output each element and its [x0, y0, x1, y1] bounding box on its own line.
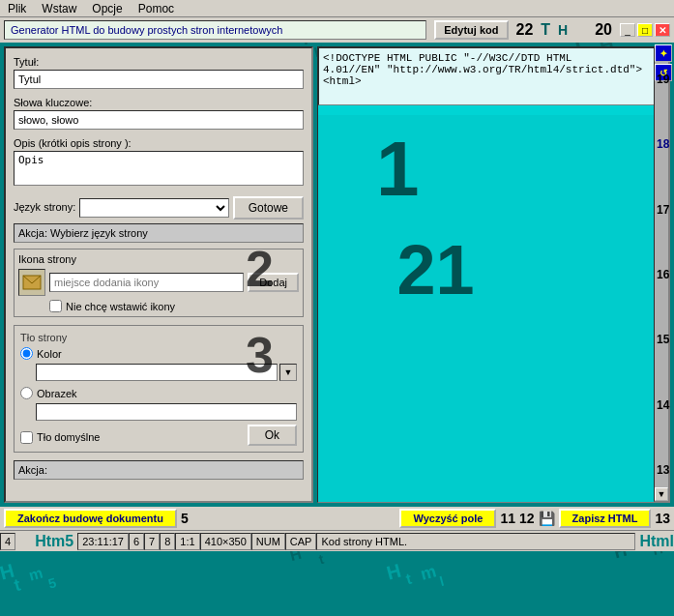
window-controls: _ □ ✕: [620, 23, 670, 37]
default-bg-label: Tło domyślne: [37, 431, 100, 443]
action-row: Akcja: Wybierz język strony: [14, 223, 304, 243]
add-icon-button[interactable]: Dodaj: [248, 273, 299, 292]
status-time: 23:11:17: [77, 533, 129, 550]
title-group: Tytuł:: [14, 56, 304, 89]
title-label: Tytuł:: [14, 56, 304, 68]
color-dropdown-btn[interactable]: ▼: [279, 364, 297, 381]
menu-wstaw[interactable]: Wstaw: [38, 2, 80, 15]
language-label: Język strony:: [14, 201, 75, 213]
icon-path-input[interactable]: [49, 273, 244, 292]
number-22: 22: [516, 21, 534, 39]
icon-preview: [18, 269, 45, 296]
deco-letter-T: T: [541, 21, 550, 39]
bg-section: Tło strony Kolor ▼ Obrazek Tł: [14, 325, 304, 453]
menu-opcje[interactable]: Opcje: [88, 2, 126, 15]
menu-plik[interactable]: Plik: [4, 2, 30, 15]
image-radio-row: Obrazek: [20, 387, 297, 399]
number-5: 5: [181, 511, 189, 526]
color-select-row: ▼: [36, 364, 297, 381]
menu-bar: Plik Wstaw Opcje Pomoc: [0, 0, 674, 17]
status-bar: 4 Htm5 23:11:17 6 7 8 1:1 410×350 NUM CA…: [0, 530, 674, 551]
status-ratio: 1:1: [175, 533, 199, 550]
status-desc: Kod strony HTML.: [316, 533, 635, 550]
status-6: 6: [129, 533, 144, 550]
no-icon-row: Nie chcę wstawić ikony: [49, 300, 299, 312]
image-radio[interactable]: [20, 387, 33, 399]
language-select[interactable]: [79, 198, 228, 218]
status-8: 8: [160, 533, 175, 550]
number-12: 12: [519, 511, 535, 526]
menu-pomoc[interactable]: Pomoc: [134, 2, 178, 15]
number-13: 13: [655, 511, 670, 526]
content-area: Tytuł: Słowa kluczowe: Opis (krótki opis…: [0, 43, 674, 507]
html1-deco: Html: [639, 533, 674, 550]
edit-code-button[interactable]: Edytuj kod: [434, 20, 508, 40]
right-panel: <!DOCTYPE HTML PUBLIC "-//W3C//DTD HTML …: [317, 46, 670, 503]
bottom-toolbar: Zakończ budowę dokumentu 5 Wyczyść pole …: [0, 507, 674, 530]
generator-title-label: Generator HTML do budowy prostych stron …: [4, 20, 426, 40]
number-11: 11: [500, 511, 515, 526]
bg-section-title: Tło strony: [20, 332, 297, 343]
image-path-input[interactable]: [36, 403, 297, 421]
keywords-input[interactable]: [14, 110, 304, 130]
action-label: Akcja:: [18, 227, 47, 239]
color-radio-row: Kolor: [20, 347, 297, 360]
preview-area: 21: [318, 115, 654, 502]
keywords-group: Słowa kluczowe:: [14, 97, 304, 130]
color-input[interactable]: [36, 364, 278, 381]
number-21-overlay: 21: [396, 230, 474, 309]
icon-section-label: Ikona strony: [18, 253, 299, 265]
right-num-14: 14: [657, 398, 672, 412]
right-num-15: 15: [657, 333, 672, 346]
icon-section: Ikona strony Dodaj Nie chcę wstawić ikon: [14, 249, 304, 317]
main-window: Plik Wstaw Opcje Pomoc Generator HTML do…: [0, 0, 674, 616]
save-button[interactable]: Zapisz HTML: [559, 509, 652, 528]
right-numbers-panel: 19 18 17 16 15 14 13: [655, 43, 674, 507]
finish-button[interactable]: Zakończ budowę dokumentu: [4, 509, 177, 528]
disk-icon: 💾: [539, 511, 555, 526]
html5-deco: Htm5: [35, 533, 73, 550]
icon-row: Dodaj: [18, 269, 299, 296]
left-panel: Tytuł: Słowa kluczowe: Opis (krótki opis…: [4, 46, 313, 503]
maximize-button[interactable]: □: [637, 23, 653, 37]
action-value: Wybierz język strony: [50, 227, 148, 239]
keywords-label: Słowa kluczowe:: [14, 97, 304, 108]
language-row: Język strony: Gotowe: [14, 196, 304, 220]
color-label: Kolor: [37, 348, 62, 360]
right-num-13: 13: [657, 463, 672, 477]
default-ok-row: Tło domyślne Ok: [20, 425, 297, 446]
default-bg-row: Tło domyślne: [20, 431, 100, 444]
ok-button[interactable]: Ok: [248, 425, 297, 446]
status-number-4: 4: [0, 533, 15, 550]
close-button[interactable]: ✕: [655, 23, 670, 37]
right-num-19: 19: [657, 73, 672, 86]
title-bar-area: Generator HTML do budowy prostych stron …: [0, 17, 674, 43]
color-radio[interactable]: [20, 347, 33, 360]
title-input[interactable]: [14, 70, 304, 89]
status-dimensions: 410×350: [200, 533, 251, 550]
minimize-button[interactable]: _: [620, 23, 635, 37]
number-20: 20: [595, 21, 612, 39]
image-label: Obrazek: [37, 388, 77, 399]
right-num-18: 18: [657, 137, 672, 151]
right-num-16: 16: [657, 268, 672, 281]
right-num-17: 17: [657, 203, 672, 217]
action-row-2: Akcja:: [14, 460, 304, 480]
deco-letter-H: H: [558, 22, 568, 38]
status-7: 7: [144, 533, 160, 550]
description-textarea[interactable]: Opis: [14, 151, 304, 186]
clear-button[interactable]: Wyczyść pole: [399, 509, 496, 528]
status-cap: CAP: [285, 533, 317, 550]
status-num: NUM: [251, 533, 285, 550]
default-bg-checkbox[interactable]: [20, 431, 33, 444]
description-group: Opis (krótki opis strony ): Opis: [14, 137, 304, 189]
description-label: Opis (krótki opis strony ):: [14, 137, 304, 149]
no-icon-label: Nie chcę wstawić ikony: [66, 301, 175, 312]
envelope-icon: [22, 275, 42, 290]
code-content: <!DOCTYPE HTML PUBLIC "-//W3C//DTD HTML …: [318, 47, 669, 105]
no-icon-checkbox[interactable]: [49, 300, 62, 312]
ready-button[interactable]: Gotowe: [233, 196, 304, 220]
action2-label: Akcja:: [18, 464, 47, 476]
